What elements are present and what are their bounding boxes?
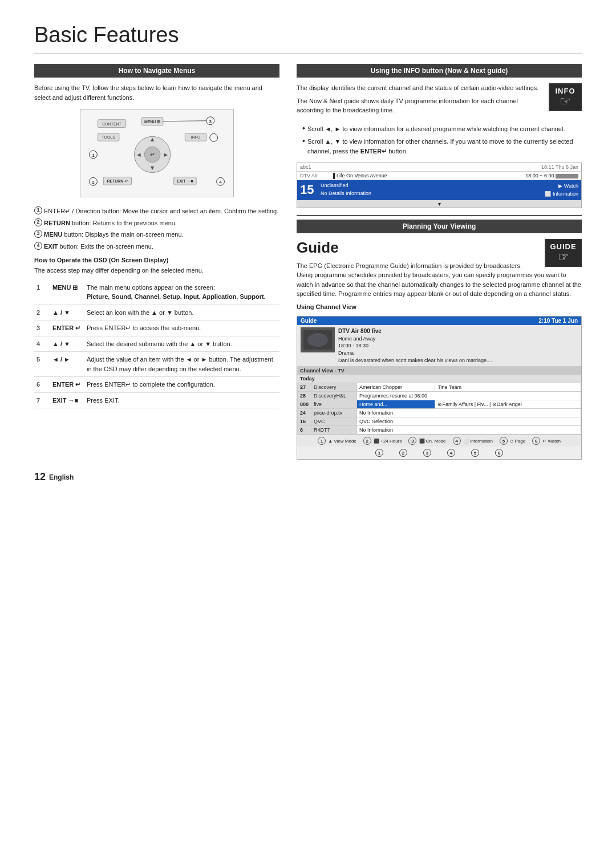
svg-text:↵: ↵ (150, 151, 155, 158)
guide-screen: Guide 2:10 Tue 1 Jun DTV Air 800 five Ho… (297, 316, 582, 460)
bullet-2: 2 RETURN button: Returns to the previous… (34, 218, 279, 228)
bullet-3: 3 MENU button: Displays the main on-scre… (34, 230, 279, 240)
section-divider (297, 215, 582, 216)
remote-diagram: CONTENT MENU ⊞ TOOLS INFO ↵ ▲ ▼ ◄ ► (34, 109, 279, 198)
nn-row-15: 15 Unclassified No Details Information ▶… (297, 180, 581, 200)
info-bullet-1: • Scroll ◄, ► to view information for a … (302, 124, 582, 134)
step-row-4: 4 ▲ / ▼ Select the desired submenu with … (34, 336, 279, 352)
svg-text:3: 3 (209, 119, 212, 124)
step-row-6: 6 ENTER ↵ Press ENTER↵ to complete the c… (34, 377, 279, 393)
osd-steps-table: 1 MENU ⊞ The main menu options appear on… (34, 280, 279, 409)
info-text-2: The Now & Next guide shows daily TV prog… (297, 96, 582, 115)
svg-text:INFO: INFO (191, 135, 201, 139)
step-row-2: 2 ▲ / ▼ Select an icon with the ▲ or ▼ b… (34, 305, 279, 320)
left-column: How to Navigate Menus Before using the T… (34, 64, 279, 460)
page-title: Basic Features (34, 23, 582, 54)
nn-scroll-indicator: ▾ (297, 200, 581, 208)
svg-text:EXIT →■: EXIT →■ (177, 179, 193, 183)
guide-ch-row-24: 24 price-drop.tv No Information (298, 409, 581, 417)
svg-text:1: 1 (92, 153, 95, 158)
right-column: Using the INFO button (Now & Next guide)… (297, 64, 582, 460)
step-row-3: 3 ENTER ↵ Press ENTER↵ to access the sub… (34, 320, 279, 336)
svg-text:▼: ▼ (149, 164, 156, 171)
svg-text:2: 2 (92, 180, 95, 185)
svg-line-21 (163, 121, 206, 121)
page-number: 12 (34, 471, 46, 483)
svg-text:▲: ▲ (149, 136, 156, 143)
now-next-display: abc1 18:11 Thu 6 Jan DTV Air ▐ Life On V… (297, 163, 582, 208)
step-row-1: 1 MENU ⊞ The main menu options appear on… (34, 280, 279, 305)
guide-channel-table: 27 Discovery American Chopper Tine Team … (297, 383, 581, 435)
page-footer: 12 English (34, 471, 582, 483)
guide-ch-row-16: 16 QVC QVC Selection (298, 417, 581, 426)
osd-desc: The access step may differ depending on … (34, 266, 279, 275)
step-row-5: 5 ◄ / ► Adjust the value of an item with… (34, 352, 279, 377)
step-row-7: 7 EXIT →■ Press EXIT. (34, 392, 279, 408)
svg-point-31 (307, 333, 328, 347)
guide-ch-row-27: 27 Discovery American Chopper Tine Team (298, 383, 581, 392)
guide-footer: 1 ▲ View Mode 2 ⬛ +24 Hours 3 ⬛ Ch. Mode… (297, 435, 581, 447)
svg-text:RETURN ↩: RETURN ↩ (107, 179, 128, 183)
guide-screen-header: Guide 2:10 Tue 1 Jun (297, 317, 581, 325)
guide-ch-row-6: 6 R4DTT No Information (298, 426, 581, 435)
osd-title: How to Operate the OSD (On Screen Displa… (34, 257, 279, 263)
guide-button-icon: ☞ (548, 251, 578, 263)
svg-text:TOOLS: TOOLS (102, 135, 115, 139)
info-header: Using the INFO button (Now & Next guide) (297, 64, 582, 78)
svg-point-28 (210, 133, 218, 141)
intro-text: Before using the TV, follow the steps be… (34, 83, 279, 102)
info-bullet-2: • Scroll ▲, ▼ to view information for ot… (302, 137, 582, 156)
nn-ch-abc1: abc1 (297, 163, 538, 171)
guide-info-text: DTV Air 800 five Home and Away 18:00 - 1… (338, 327, 492, 364)
guide-today-label: Today (297, 375, 581, 383)
guide-footer-nums: 1 2 3 4 5 6 (297, 447, 581, 459)
info-text-1: The display identifies the current chann… (297, 83, 582, 93)
planning-header: Planning Your Viewing (297, 220, 582, 233)
guide-intro: The EPG (Electronic Programme Guide) inf… (297, 261, 582, 299)
bullet-1: 1 ENTER↵ / Direction button: Move the cu… (34, 206, 279, 216)
nn-time: 18:11 Thu 6 Jan (538, 163, 581, 171)
info-button-icon: ☞ (552, 95, 578, 108)
button-bullets: 1 ENTER↵ / Direction button: Move the cu… (34, 206, 279, 251)
svg-text:MENU ⊞: MENU ⊞ (144, 120, 160, 124)
guide-ch-view-label: Channel View - TV (297, 367, 581, 375)
guide-info-panel: DTV Air 800 five Home and Away 18:00 - 1… (297, 325, 581, 367)
info-bullets: • Scroll ◄, ► to view information for a … (302, 124, 582, 156)
svg-text:►: ► (163, 151, 169, 158)
guide-ch-row-28: 28 DiscoveryH&L Programmes resume at 06:… (298, 392, 581, 400)
svg-text:◄: ◄ (136, 151, 142, 158)
bullet-4: 4 EXIT button: Exits the on-screen menu. (34, 242, 279, 251)
page-lang: English (49, 473, 74, 481)
guide-title: Guide (297, 239, 582, 257)
nn-row-dtv: DTV Air ▐ Life On Venus Avenue 18:00 ~ 6… (297, 172, 581, 180)
guide-ch-row-800: 800 five Home and... ⊛Family Affairs | F… (298, 400, 581, 409)
nav-menus-header: How to Navigate Menus (34, 64, 279, 78)
svg-text:CONTENT: CONTENT (102, 122, 121, 126)
guide-thumbnail (301, 327, 335, 352)
svg-text:4: 4 (219, 180, 222, 185)
using-channel-view-label: Using Channel View (297, 303, 582, 310)
